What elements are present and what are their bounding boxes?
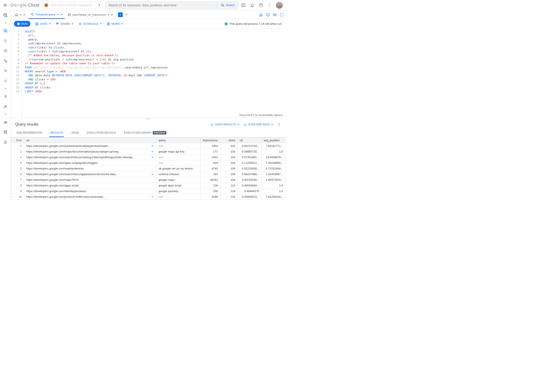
chevron-down-icon[interactable] [151,172,154,176]
rail-scheduled-icon[interactable] [3,48,8,53]
col-query[interactable]: query [156,138,200,143]
tab-unsaved-query[interactable]: *Unsaved query ▼ ✕ [29,10,65,19]
table-row[interactable]: 1 https://developers.google.com/youtube/… [11,143,285,149]
cell-clicks: 108 [220,171,238,177]
search-input[interactable] [106,3,217,7]
explore-data-button[interactable]: EXPLORE DATA▼ [244,123,273,126]
chevron-down-icon[interactable] [151,156,154,159]
col-url[interactable]: url [24,138,156,143]
search-button[interactable]: Search [217,1,238,9]
sql-editor[interactable]: 12345678910111213141516 SELECT url, quer… [11,29,285,118]
avatar[interactable] [276,2,283,9]
pane-splitter[interactable] [11,118,285,120]
rail-capacity-icon[interactable] [3,68,8,73]
col-row[interactable]: Row [11,138,24,143]
project-picker[interactable]: write-scout-consumer-staging-05 ▼ [42,2,103,9]
project-name: write-scout-consumer-staging-05 [50,3,96,7]
col-clicks[interactable]: clicks [220,138,238,143]
fullscreen-icon[interactable] [280,13,284,17]
share-button[interactable]: SHARE▼ [56,22,74,26]
rail-list-icon[interactable] [3,94,8,99]
cell-query: google maps api key [156,149,200,154]
save-results-button[interactable]: SAVE RESULTS▼ [210,123,239,126]
close-icon[interactable]: ✕ [111,13,113,16]
chevron-down-icon[interactable] [151,150,154,153]
chevron-down-icon: ▼ [57,13,59,16]
col-ctr[interactable]: ctr [238,138,261,143]
cell-url: https://developers.google.com/search/doc… [24,171,156,177]
cell-ctr: 0.59883720... [238,149,261,154]
menu-icon[interactable] [3,3,8,8]
col-avg-pos[interactable]: avg_position [261,138,285,143]
top-icons [241,2,283,9]
tab-home-icon[interactable] [259,13,263,17]
close-icon[interactable]: ✕ [23,13,25,16]
cell-avg: 1.02453987... [261,171,285,177]
keyboard-icon[interactable] [273,13,277,17]
rail-transfers-icon[interactable] [3,38,8,43]
svg-point-8 [4,30,6,31]
bigquery-icon[interactable] [3,13,8,18]
notifications-icon[interactable] [250,3,255,8]
info-icon[interactable] [266,13,270,17]
expand-collapse-icon[interactable] [278,123,281,126]
help-icon[interactable] [259,3,263,8]
rail-analytics-icon[interactable] [3,120,8,125]
tab-json[interactable]: JSON [70,129,80,137]
cell-query: null [156,154,200,160]
tab-job-info[interactable]: JOB INFORMATION [15,129,43,137]
chevron-down-icon[interactable] [151,195,154,198]
table-row[interactable]: 10 https://developers.google.com/protoco… [11,194,285,200]
table-row[interactable]: 3 https://developers.google.com/search/d… [11,154,285,160]
run-button[interactable]: RUN [14,21,30,27]
svg-line-21 [33,15,33,15]
cell-impressions: 49261 [200,177,220,183]
tab-exec-details[interactable]: EXECUTION DETAILS [86,129,117,137]
close-icon[interactable]: ✕ [60,13,62,16]
tab-results[interactable]: RESULTS [49,129,64,137]
rail-tree-icon[interactable] [3,78,8,83]
preview-badge: PREVIEW [153,131,166,134]
table-row[interactable]: 9 https://developers.google.com/identity… [11,188,285,194]
table-row[interactable]: 4 https://developers.google.com/apps-scr… [11,160,285,166]
schedule-button[interactable]: SCHEDULE▼ [79,22,102,26]
rail-star-icon[interactable] [3,58,8,63]
svg-rect-22 [68,14,70,16]
cell-avg: 1.0 [261,188,285,194]
cell-avg: 1.09372525... [261,177,285,183]
col-impressions[interactable]: impressions [200,138,220,143]
table-row[interactable]: 6 https://developers.google.com/search/d… [11,171,285,177]
table-row[interactable]: 8 https://developers.google.com/apps-scr… [11,183,285,188]
project-icon [44,3,48,7]
cell-impressions: 256 [200,188,220,194]
table-row[interactable]: 2 https://developers.google.com/maps/doc… [11,149,285,154]
rail-search-icon[interactable] [3,28,8,33]
code-area[interactable]: SELECT url, query, sum(impressions) AS i… [22,29,285,118]
more-button[interactable]: MORE▼ [107,22,123,26]
save-button[interactable]: SAVE▼ [35,22,51,26]
svg-rect-28 [274,15,275,15]
tab-table[interactable]: searchdata_url_impression ▼ ✕ [66,10,115,19]
table-row[interactable]: 7 https://developers.google.com/maps?hl=… [11,177,285,183]
tab-home[interactable]: ▼ ✕ [13,10,28,19]
cell-impressions: 1401 [200,154,220,160]
rail-wrench-icon[interactable] [3,104,8,109]
svg-rect-17 [6,122,7,123]
svg-rect-18 [4,131,7,133]
add-tab-button[interactable]: ＋ [118,12,123,17]
chevron-down-icon[interactable] [151,144,154,147]
table-row[interactable]: 5 https://developers.google.com/nearby/d… [11,166,285,171]
results-panel: Query results SAVE RESULTS▼ EXPLORE DATA… [11,120,285,200]
logo-google-cloud[interactable]: GoogleCloud [10,3,39,8]
more-vert-icon[interactable] [267,3,272,8]
search-bar: Search [105,1,239,9]
rail-table-icon[interactable] [3,130,8,135]
results-grid[interactable]: Row url query impressions clicks ctr avg… [11,137,285,200]
cell-clicks: 108 [220,177,238,183]
tab-exec-graph[interactable]: EXECUTION GRAPHPREVIEW [123,129,167,137]
separator-dot [5,114,6,115]
chevron-down-icon[interactable]: ▼ [125,13,128,16]
cloud-shell-icon[interactable] [241,3,246,8]
cell-url: https://developers.google.com/nearby/dev… [24,166,156,171]
rail-lock-icon[interactable] [3,140,8,145]
